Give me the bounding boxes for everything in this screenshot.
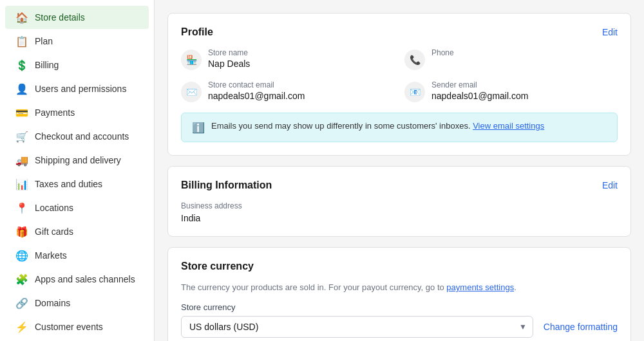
- sidebar-label-taxes-duties: Taxes and duties: [35, 179, 102, 189]
- profile-card: Profile Edit 🏪 Store name Nap Deals 📞 Ph…: [167, 13, 631, 156]
- sidebar-item-users-permissions[interactable]: 👤 Users and permissions: [5, 77, 149, 100]
- sidebar-label-plan: Plan: [35, 36, 53, 46]
- phone-label: Phone: [431, 48, 454, 57]
- sidebar-item-customer-events[interactable]: ⚡ Customer events: [5, 315, 149, 338]
- shipping-delivery-icon: 🚚: [15, 154, 28, 167]
- store-details-icon: 🏠: [15, 11, 28, 24]
- currency-card: Store currency The currency your product…: [167, 247, 631, 341]
- sidebar-item-taxes-duties[interactable]: 📊 Taxes and duties: [5, 172, 149, 196]
- sidebar-item-shipping-delivery[interactable]: 🚚 Shipping and delivery: [5, 149, 149, 172]
- info-text: Emails you send may show up differently …: [211, 121, 544, 131]
- business-address-value: India: [181, 213, 618, 223]
- sidebar-item-billing[interactable]: 💲 Billing: [5, 53, 149, 77]
- business-address-label: Business address: [181, 201, 618, 210]
- sender-email-value: napdeals01@gmail.com: [431, 91, 528, 101]
- sidebar-label-apps-sales-channels: Apps and sales channels: [35, 274, 135, 284]
- sender-email-label: Sender email: [431, 80, 528, 89]
- profile-edit-link[interactable]: Edit: [602, 27, 618, 37]
- currency-description: The currency your products are sold in. …: [181, 282, 618, 292]
- sidebar-label-domains: Domains: [35, 298, 70, 308]
- currency-title: Store currency: [181, 261, 254, 272]
- customer-events-icon: ⚡: [15, 320, 28, 333]
- store-name-field: 🏪 Store name Nap Deals: [181, 48, 394, 70]
- business-address-field: Business address India: [181, 201, 618, 223]
- payments-icon: 💳: [15, 106, 28, 119]
- main-content: Profile Edit 🏪 Store name Nap Deals 📞 Ph…: [155, 0, 644, 341]
- contact-email-label: Store contact email: [208, 80, 305, 89]
- email-info-banner: ℹ️ Emails you send may show up different…: [181, 113, 618, 142]
- currency-field-label: Store currency: [181, 302, 618, 312]
- locations-icon: 📍: [15, 201, 28, 214]
- change-formatting-link[interactable]: Change formatting: [544, 322, 618, 332]
- sender-email-field: 📧 Sender email napdeals01@gmail.com: [404, 80, 618, 102]
- info-icon: ℹ️: [192, 122, 205, 134]
- billing-edit-link[interactable]: Edit: [602, 180, 618, 190]
- sidebar-label-users-permissions: Users and permissions: [35, 84, 126, 94]
- phone-field: 📞 Phone: [404, 48, 618, 70]
- sidebar-item-store-details[interactable]: 🏠 Store details: [5, 6, 149, 29]
- users-permissions-icon: 👤: [15, 82, 28, 95]
- store-icon: 🏪: [181, 50, 202, 70]
- currency-select-wrapper: US dollars (USD)Euro (EUR)British Pound …: [181, 316, 533, 338]
- plan-icon: 📋: [15, 35, 28, 48]
- phone-icon: 📞: [404, 50, 425, 70]
- sidebar-item-locations[interactable]: 📍 Locations: [5, 196, 149, 219]
- currency-select[interactable]: US dollars (USD)Euro (EUR)British Pound …: [181, 316, 533, 338]
- sidebar-item-gift-cards[interactable]: 🎁 Gift cards: [5, 220, 149, 243]
- apps-sales-channels-icon: 🧩: [15, 273, 28, 286]
- view-email-settings-link[interactable]: View email settings: [473, 121, 544, 131]
- sidebar-label-billing: Billing: [35, 60, 59, 70]
- gift-cards-icon: 🎁: [15, 225, 28, 238]
- contact-email-field: ✉️ Store contact email napdeals01@gmail.…: [181, 80, 394, 102]
- sidebar-label-store-details: Store details: [35, 12, 85, 23]
- billing-icon: 💲: [15, 59, 28, 71]
- sidebar-item-checkout-accounts[interactable]: 🛒 Checkout and accounts: [5, 125, 149, 148]
- sidebar-label-gift-cards: Gift cards: [35, 226, 73, 237]
- sidebar-label-payments: Payments: [35, 107, 75, 118]
- billing-card: Billing Information Edit Business addres…: [167, 166, 631, 237]
- sidebar-label-shipping-delivery: Shipping and delivery: [35, 155, 121, 165]
- sidebar-label-markets: Markets: [35, 250, 67, 261]
- contact-email-value: napdeals01@gmail.com: [208, 91, 305, 101]
- sidebar-item-plan[interactable]: 📋 Plan: [5, 30, 149, 53]
- checkout-accounts-icon: 🛒: [15, 130, 28, 143]
- payments-settings-link[interactable]: payments settings: [446, 282, 514, 292]
- sidebar-label-checkout-accounts: Checkout and accounts: [35, 131, 129, 142]
- taxes-duties-icon: 📊: [15, 178, 28, 190]
- markets-icon: 🌐: [15, 249, 28, 262]
- sidebar-item-domains[interactable]: 🔗 Domains: [5, 291, 149, 315]
- sidebar-label-customer-events: Customer events: [35, 322, 103, 332]
- sidebar-item-apps-sales-channels[interactable]: 🧩 Apps and sales channels: [5, 268, 149, 291]
- domains-icon: 🔗: [15, 297, 28, 309]
- sidebar: 🏠 Store details 📋 Plan 💲 Billing 👤 Users…: [0, 0, 155, 341]
- billing-title: Billing Information: [181, 180, 272, 191]
- sender-icon: 📧: [404, 82, 425, 102]
- store-name-value: Nap Deals: [208, 59, 250, 69]
- sidebar-item-payments[interactable]: 💳 Payments: [5, 101, 149, 124]
- email-icon: ✉️: [181, 82, 202, 102]
- profile-title: Profile: [181, 26, 213, 38]
- sidebar-label-locations: Locations: [35, 203, 73, 213]
- store-name-label: Store name: [208, 48, 250, 57]
- sidebar-item-markets[interactable]: 🌐 Markets: [5, 244, 149, 267]
